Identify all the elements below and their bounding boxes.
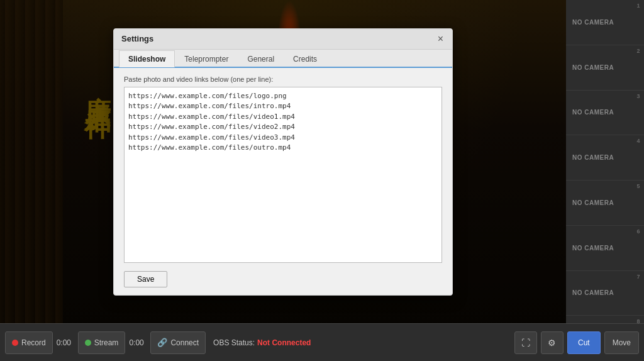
modal-close-button[interactable]: × xyxy=(436,34,445,44)
camera-number-5: 5 xyxy=(636,183,640,189)
toolbar: Record 0:00 Stream 0:00 🔗 Connect OBS St… xyxy=(0,323,644,361)
tab-slideshow[interactable]: Slideshow xyxy=(119,50,175,67)
tab-general[interactable]: General xyxy=(238,50,284,67)
modal-tabs: Slideshow Teleprompter General Credits xyxy=(114,50,452,68)
fullscreen-icon: ⛶ xyxy=(521,338,530,348)
camera-item-2[interactable]: NO CAMERA 2 xyxy=(566,45,644,91)
camera-number-3: 3 xyxy=(636,93,640,99)
camera-item-5[interactable]: NO CAMERA 5 xyxy=(566,181,644,226)
camera-item-6[interactable]: NO CAMERA 6 xyxy=(566,226,644,271)
camera-label-4: NO CAMERA xyxy=(572,154,614,161)
save-button[interactable]: Save xyxy=(124,271,167,287)
camera-number-4: 4 xyxy=(636,138,640,144)
camera-label-1: NO CAMERA xyxy=(572,19,614,26)
camera-number-6: 6 xyxy=(636,228,640,235)
gear-icon: ⚙ xyxy=(548,338,556,348)
camera-number-7: 7 xyxy=(636,274,640,280)
stream-button[interactable]: Stream xyxy=(78,331,126,354)
connect-icon: 🔗 xyxy=(157,338,167,347)
move-button[interactable]: Move xyxy=(604,331,639,354)
connect-button[interactable]: 🔗 Connect xyxy=(150,331,206,354)
camera-item-4[interactable]: NO CAMERA 4 xyxy=(566,135,644,181)
obs-status: OBS Status: Not Connected xyxy=(209,338,314,347)
camera-label-5: NO CAMERA xyxy=(572,199,614,206)
camera-label-3: NO CAMERA xyxy=(572,109,614,116)
modal-title: Settings xyxy=(121,34,153,43)
modal-overlay: Settings × Slideshow Teleprompter Genera… xyxy=(0,0,566,323)
stream-dot-icon xyxy=(85,340,91,346)
stream-label: Stream xyxy=(94,338,119,347)
camera-label-2: NO CAMERA xyxy=(572,64,614,71)
connect-label: Connect xyxy=(170,338,199,347)
stream-time: 0:00 xyxy=(129,338,147,347)
slideshow-urls-textarea[interactable]: https://www.example.com/files/logo.png h… xyxy=(124,87,442,263)
camera-label-7: NO CAMERA xyxy=(572,289,614,296)
settings-modal: Settings × Slideshow Teleprompter Genera… xyxy=(113,28,453,296)
record-dot-icon xyxy=(12,340,18,346)
tab-credits[interactable]: Credits xyxy=(284,50,326,67)
obs-status-value: Not Connected xyxy=(257,338,311,347)
fullscreen-button[interactable]: ⛶ xyxy=(514,331,537,354)
obs-status-label: OBS Status: xyxy=(213,338,255,347)
modal-body: Paste photo and video links below (one p… xyxy=(114,68,452,295)
slideshow-instructions-label: Paste photo and video links below (one p… xyxy=(124,75,442,83)
camera-item-1[interactable]: NO CAMERA 1 xyxy=(566,0,644,45)
modal-header: Settings × xyxy=(114,29,452,50)
tab-teleprompter[interactable]: Teleprompter xyxy=(175,50,238,67)
camera-item-7[interactable]: NO CAMERA 7 xyxy=(566,271,644,316)
record-button[interactable]: Record xyxy=(5,331,53,354)
cut-button[interactable]: Cut xyxy=(567,331,601,354)
camera-item-3[interactable]: NO CAMERA 3 xyxy=(566,91,644,136)
settings-button[interactable]: ⚙ xyxy=(541,331,564,354)
record-label: Record xyxy=(21,338,46,347)
camera-label-6: NO CAMERA xyxy=(572,245,614,252)
camera-panel: NO CAMERA 1 NO CAMERA 2 NO CAMERA 3 NO C… xyxy=(566,0,644,361)
camera-number-1: 1 xyxy=(636,3,640,9)
camera-number-2: 2 xyxy=(636,48,640,54)
record-time: 0:00 xyxy=(57,338,74,347)
